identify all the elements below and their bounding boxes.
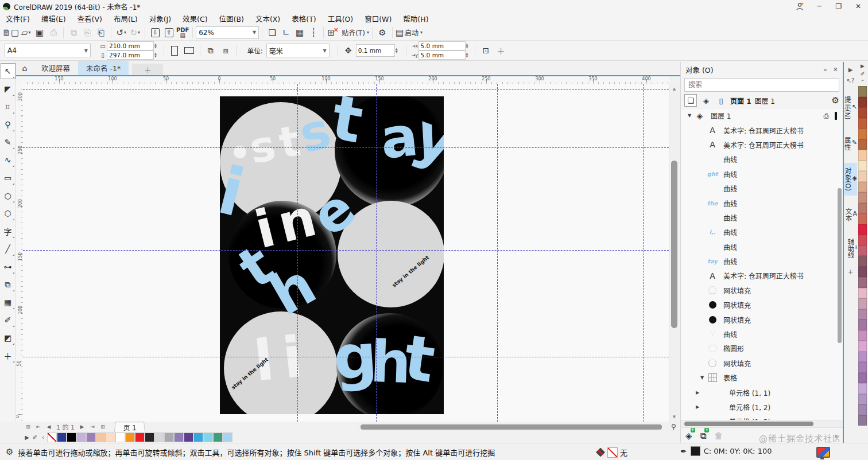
color-swatch[interactable] xyxy=(858,171,867,182)
guideline[interactable] xyxy=(23,147,669,148)
expand-arrow-icon[interactable]: ▶ xyxy=(693,404,702,410)
strip-flyout-icon[interactable]: ▶ xyxy=(861,62,865,70)
color-swatch[interactable] xyxy=(858,309,867,320)
color-swatch[interactable] xyxy=(858,319,867,330)
guideline[interactable] xyxy=(643,84,644,422)
color-swatch[interactable] xyxy=(858,97,867,108)
all-pages-button[interactable]: ⧉ xyxy=(204,44,218,57)
eyedropper-tool[interactable]: ✐ xyxy=(1,312,16,328)
page-height-field[interactable]: 297.0 mm xyxy=(107,50,154,60)
object-row[interactable]: 美术字: 仓耳周珂正大榜书 ⎙ xyxy=(681,123,843,137)
copy-button[interactable]: ⧉ xyxy=(67,26,80,40)
publish-pdf-button[interactable]: PDF▤ xyxy=(176,26,189,40)
new-tab-button[interactable]: ＋ xyxy=(132,64,163,75)
text-tool[interactable]: 字 xyxy=(1,223,16,239)
object-search-box[interactable] xyxy=(684,78,839,92)
layer-color-bar[interactable] xyxy=(835,112,837,120)
object-row[interactable]: ▶ 单元格 (1, 2) ⎙ xyxy=(681,400,843,414)
color-swatch[interactable] xyxy=(57,432,67,442)
guideline[interactable] xyxy=(497,84,498,422)
menu-item[interactable]: 窗口(W) xyxy=(359,13,397,25)
docker-collapse-icon[interactable]: » xyxy=(823,66,827,73)
save-button[interactable]: ▣ xyxy=(33,26,46,40)
pen-tool[interactable]: ✎ xyxy=(1,134,16,150)
duplicate-y-spinner[interactable]: ▲▼ xyxy=(466,52,468,58)
expand-arrow-icon[interactable]: ▼ xyxy=(685,113,693,118)
color-swatch[interactable] xyxy=(858,161,867,171)
snap-to-button[interactable]: 贴齐(T)▾ xyxy=(340,26,369,40)
color-swatch[interactable] xyxy=(858,107,867,118)
color-swatch[interactable] xyxy=(858,245,867,256)
print-button[interactable]: ⎙ xyxy=(46,26,60,40)
object-row[interactable]: ▶ 单元格 (1, 3) ⎙ xyxy=(681,414,843,420)
menu-item[interactable]: 布局(L) xyxy=(108,13,144,25)
page-height-spinner[interactable]: ▲▼ xyxy=(154,52,157,58)
layers-view-icon[interactable]: ◈ xyxy=(700,95,712,106)
horizontal-scrollbar-thumb[interactable] xyxy=(361,424,662,430)
color-swatch[interactable] xyxy=(174,432,184,442)
object-row[interactable]: 网状填充 ⎙ xyxy=(681,356,843,371)
guideline[interactable] xyxy=(376,84,377,422)
color-swatch[interactable] xyxy=(125,432,135,442)
object-row[interactable]: 曲线 ⎙ xyxy=(681,210,843,225)
guideline[interactable] xyxy=(23,89,669,90)
drop-shadow-tool[interactable]: ⧉ xyxy=(1,276,16,293)
color-swatch[interactable] xyxy=(858,404,867,415)
zoom-tool[interactable]: ⚲ xyxy=(1,116,16,132)
color-swatch[interactable] xyxy=(858,224,867,235)
panel-horizontal-scrollbar-thumb[interactable] xyxy=(684,422,813,426)
expand-arrow-icon[interactable]: ▼ xyxy=(698,375,706,380)
page-icon[interactable]: ▯ xyxy=(715,95,727,106)
horizontal-ruler[interactable]: 15010050050100150200250300350400 xyxy=(23,76,669,85)
first-page-button[interactable]: ⇤ xyxy=(33,422,44,431)
new-layer-button[interactable]: ◈ xyxy=(685,431,692,441)
color-swatch[interactable] xyxy=(858,192,867,203)
guideline[interactable] xyxy=(297,84,298,422)
color-swatch[interactable] xyxy=(203,432,213,442)
menu-item[interactable]: 表格(T) xyxy=(286,13,321,25)
drawing-canvas[interactable]: stinlistay in the lightstay in the light… xyxy=(23,84,669,422)
pick-tool[interactable]: ↖ xyxy=(1,63,16,79)
object-row[interactable]: 美术字: 仓耳周珂正大榜书 ⎙ xyxy=(681,138,843,152)
color-swatch[interactable] xyxy=(858,139,867,150)
color-swatch[interactable] xyxy=(154,432,164,442)
color-swatch[interactable] xyxy=(86,432,96,442)
color-swatch[interactable] xyxy=(145,432,154,442)
duplicate-y-field[interactable]: 5.0 mm xyxy=(418,50,466,60)
dimension-tool[interactable]: ╱ xyxy=(1,241,16,257)
search-input[interactable] xyxy=(685,81,839,89)
color-swatch[interactable] xyxy=(858,203,867,214)
menu-item[interactable]: 对象(J) xyxy=(144,13,177,25)
printer-icon[interactable]: ⎙ xyxy=(823,112,829,120)
customize-plus-button[interactable]: ＋ xyxy=(494,44,507,57)
show-rulers-button[interactable]: ∟ xyxy=(279,26,293,40)
connector-tool[interactable]: ⊶ xyxy=(1,259,16,275)
objects-options-gear-icon[interactable]: ⚙ xyxy=(832,95,839,106)
undo-button[interactable]: ↺▾ xyxy=(114,26,128,40)
treat-as-filled-button[interactable]: ⊡ xyxy=(479,44,493,57)
close-button[interactable]: ✕ xyxy=(848,0,868,13)
crop-tool[interactable]: ⌗ xyxy=(1,99,16,115)
object-picker-icon[interactable]: ❏ xyxy=(684,94,697,107)
palette-eyedropper-icon[interactable]: ✐ xyxy=(31,434,39,440)
object-row[interactable]: ▼ 表格 ⎙ xyxy=(681,371,843,385)
add-page-start-button[interactable]: ⊞ xyxy=(23,422,33,431)
strip-scroll-up-icon[interactable]: ⌃ xyxy=(861,78,865,86)
palette-flyout-icon[interactable]: ▶ xyxy=(23,434,31,440)
color-swatch[interactable] xyxy=(858,362,867,373)
new-master-layer-button[interactable]: ⧉ xyxy=(700,431,707,441)
docker-flyout-icon[interactable]: ▶ xyxy=(848,67,853,73)
nudge-spinner[interactable]: ▲▼ xyxy=(396,48,398,53)
minimize-button[interactable]: ─ xyxy=(809,0,829,13)
object-row[interactable]: tay 曲线 ⎙ xyxy=(681,254,843,268)
add-page-end-button[interactable]: ⊞ xyxy=(98,422,108,431)
color-swatch[interactable] xyxy=(193,432,203,442)
shape-tool[interactable]: ◤ xyxy=(1,81,16,97)
color-swatch[interactable] xyxy=(858,150,867,161)
docker-tab-guidelines[interactable]: ⁞ 辅助线 xyxy=(844,234,857,263)
landscape-button[interactable] xyxy=(183,44,196,57)
object-row[interactable]: 网状填充 ⎙ xyxy=(681,312,843,326)
open-button[interactable]: ▱▾ xyxy=(19,26,33,40)
duplicate-button[interactable]: ⎘ xyxy=(80,26,94,40)
color-swatch[interactable] xyxy=(47,432,57,442)
